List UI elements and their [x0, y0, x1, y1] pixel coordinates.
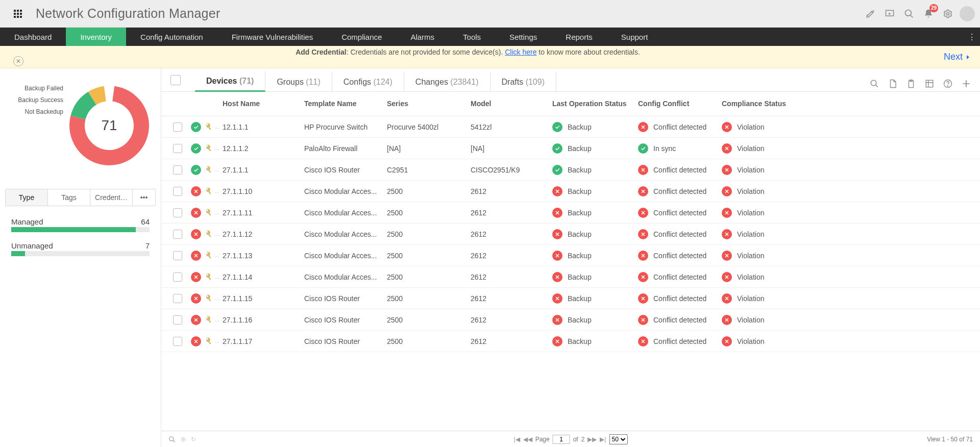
- cell-last-op: Backup: [552, 293, 638, 304]
- help-icon[interactable]: [940, 76, 955, 91]
- bell-icon[interactable]: 29: [920, 5, 937, 22]
- search-icon[interactable]: [900, 5, 918, 22]
- cell-host: 27.1.1.13: [223, 252, 304, 260]
- nav-config-automation[interactable]: Config Automation: [126, 28, 217, 46]
- subtab-groups[interactable]: Groups (11): [265, 72, 332, 91]
- nav-settings[interactable]: Settings: [495, 28, 551, 46]
- cell-series: C2951: [387, 166, 471, 174]
- footer-target-icon[interactable]: ⊕: [181, 436, 186, 443]
- last-page-icon[interactable]: ▶|: [600, 436, 606, 443]
- table-row[interactable]: …27.1.1.14Cisco Modular Acces...25002612…: [161, 266, 980, 288]
- col-template[interactable]: Template Name: [304, 100, 387, 109]
- cell-last-op: Backup: [552, 336, 638, 346]
- backup-donut-chart[interactable]: 71: [63, 80, 155, 171]
- cell-compliance: Violation: [722, 122, 796, 132]
- cell-model: 2612: [471, 209, 552, 217]
- cross-icon: [552, 315, 562, 325]
- user-avatar[interactable]: [959, 5, 976, 22]
- clipboard-icon[interactable]: [903, 76, 919, 91]
- presentation-icon[interactable]: [881, 5, 898, 22]
- table-search-icon[interactable]: [867, 76, 882, 91]
- row-checkbox[interactable]: [173, 165, 182, 175]
- gear-icon[interactable]: [939, 5, 957, 22]
- table-row[interactable]: …12.1.1.1HP Procurve SwitchProcurve 5400…: [161, 116, 980, 138]
- row-checkbox[interactable]: [173, 230, 182, 239]
- table-row[interactable]: …27.1.1.12Cisco Modular Acces...25002612…: [161, 224, 980, 245]
- table-row[interactable]: …27.1.1.15Cisco IOS Router25002612Backup…: [161, 288, 980, 309]
- pdf-export-icon[interactable]: [885, 76, 900, 91]
- cell-template: Cisco Modular Acces...: [304, 273, 387, 281]
- table-row[interactable]: …27.1.1.10Cisco Modular Acces...25002612…: [161, 181, 980, 202]
- table-row[interactable]: …27.1.1.1Cisco IOS RouterC2951CISCO2951/…: [161, 159, 980, 181]
- row-checkbox[interactable]: [173, 122, 182, 132]
- row-checkbox[interactable]: [173, 251, 182, 260]
- page-input[interactable]: [553, 435, 570, 444]
- side-tab-type[interactable]: Type: [6, 189, 48, 206]
- cell-last-op: Backup: [552, 251, 638, 261]
- cell-last-op: Backup: [552, 186, 638, 196]
- banner-next[interactable]: Next: [944, 52, 971, 62]
- row-checkbox[interactable]: [173, 272, 182, 282]
- nav-compliance[interactable]: Compliance: [327, 28, 396, 46]
- col-host[interactable]: Host Name: [223, 100, 304, 109]
- col-compliance[interactable]: Compliance Status: [722, 100, 796, 109]
- nav-support[interactable]: Support: [607, 28, 663, 46]
- col-last-op[interactable]: Last Operation Status: [552, 100, 638, 109]
- cell-last-op: Backup: [552, 208, 638, 218]
- subtab-configs[interactable]: Configs (124): [332, 72, 404, 91]
- managed-count: 64: [141, 217, 150, 226]
- cross-icon: [722, 165, 732, 175]
- page-size-select[interactable]: 50: [609, 434, 627, 444]
- key-icon: [203, 122, 212, 132]
- nav-inventory[interactable]: Inventory: [66, 28, 126, 46]
- apps-menu-icon[interactable]: [9, 5, 27, 22]
- row-checkbox[interactable]: [173, 337, 182, 346]
- row-checkbox[interactable]: [173, 187, 182, 196]
- side-tab-tags[interactable]: Tags: [48, 189, 90, 206]
- next-page-icon[interactable]: ▶▶: [587, 436, 597, 443]
- add-device-icon[interactable]: [959, 76, 974, 91]
- cross-icon: [191, 272, 201, 282]
- subtab-drafts[interactable]: Drafts (109): [491, 72, 556, 91]
- table-row[interactable]: …27.1.1.17Cisco IOS Router25002612Backup…: [161, 331, 980, 352]
- nav-reports[interactable]: Reports: [551, 28, 607, 46]
- table-row[interactable]: …12.1.1.2PaloAlto Firewall[NA][NA]Backup…: [161, 138, 980, 159]
- nav-alarms[interactable]: Alarms: [396, 28, 449, 46]
- cross-icon: [638, 165, 648, 175]
- col-series[interactable]: Series: [387, 100, 471, 109]
- row-checkbox[interactable]: [173, 144, 182, 153]
- column-picker-icon[interactable]: [922, 76, 937, 91]
- unmanaged-bar: [11, 251, 150, 256]
- banner-link[interactable]: Click here: [505, 48, 536, 56]
- row-checkbox[interactable]: [173, 208, 182, 217]
- col-conflict[interactable]: Config Conflict: [638, 100, 722, 109]
- footer-refresh-icon[interactable]: ↻: [191, 436, 196, 443]
- table-row[interactable]: …27.1.1.16Cisco IOS Router25002612Backup…: [161, 309, 980, 331]
- rocket-icon[interactable]: [862, 5, 879, 22]
- check-icon: [552, 122, 562, 132]
- credential-banner: Add Credential: Credentials are not prov…: [0, 46, 980, 68]
- footer-search-icon[interactable]: [168, 436, 176, 443]
- row-checkbox[interactable]: [173, 315, 182, 325]
- subtab-changes[interactable]: Changes (23841): [404, 72, 491, 91]
- table-row[interactable]: …27.1.1.11Cisco Modular Acces...25002612…: [161, 202, 980, 224]
- col-model[interactable]: Model: [471, 100, 552, 109]
- select-all-checkbox[interactable]: [170, 75, 181, 85]
- nav-dashboard[interactable]: Dashboard: [0, 28, 66, 46]
- subtab-devices[interactable]: Devices (71): [195, 71, 265, 92]
- nav-more-icon[interactable]: ⋮: [968, 28, 976, 46]
- cross-icon: [191, 229, 201, 239]
- nav-tools[interactable]: Tools: [449, 28, 495, 46]
- cell-last-op: Backup: [552, 143, 638, 154]
- side-tab-credent[interactable]: Credent…: [90, 189, 133, 206]
- banner-text-2: to know more about credentials.: [536, 48, 640, 56]
- close-icon[interactable]: ✕: [13, 56, 23, 66]
- row-checkbox[interactable]: [173, 294, 182, 303]
- table-row[interactable]: …27.1.1.13Cisco Modular Acces...25002612…: [161, 245, 980, 266]
- cross-icon: [552, 336, 562, 346]
- nav-firmware-vulnerabilities[interactable]: Firmware Vulnerabilities: [217, 28, 328, 46]
- prev-page-icon[interactable]: ◀◀: [523, 436, 532, 443]
- first-page-icon[interactable]: |◀: [514, 436, 520, 443]
- side-tab-more-icon[interactable]: •••: [133, 189, 155, 206]
- total-pages: 2: [581, 436, 585, 443]
